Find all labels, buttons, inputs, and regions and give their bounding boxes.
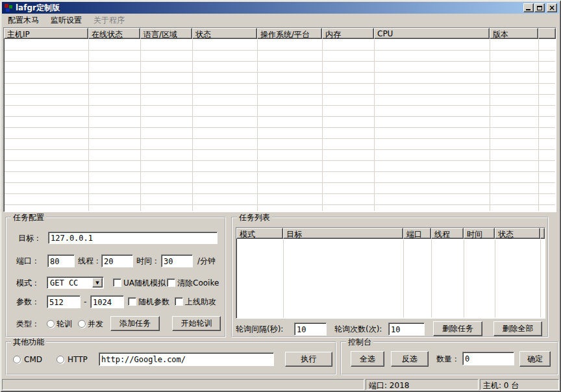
minimize-button[interactable] <box>523 3 534 12</box>
task-column-header[interactable]: 线程 <box>431 228 464 239</box>
host-list-header: 主机IP在线状态语言/区域状态操作系统/平台内存CPU版本 <box>4 28 556 39</box>
round-training-radio-label: 轮训 <box>56 317 72 330</box>
quantity-input[interactable] <box>462 352 514 365</box>
url-input[interactable] <box>99 352 274 366</box>
invert-selection-button[interactable]: 反选 <box>391 351 429 367</box>
other-functions-group: 其他功能 CMD HTTP 执行 <box>5 341 336 375</box>
poll-interval-label: 轮询间隔(秒): <box>236 323 283 336</box>
online-assist-checkbox[interactable] <box>175 297 183 306</box>
type-label: 类型： <box>16 317 40 330</box>
time-input[interactable] <box>161 254 193 267</box>
select-all-button[interactable]: 全选 <box>351 351 384 367</box>
cmd-radio[interactable] <box>13 356 21 363</box>
window-title: lafgr定制版 <box>16 3 60 14</box>
thread-label: 线程： <box>78 254 101 267</box>
task-config-group: 任务配置 目标： 端口： 线程： 时间： /分钟 模式： GET CC ▼ UA… <box>5 217 226 337</box>
menu-item-about-program: 关于程序 <box>88 14 131 27</box>
poll-count-label: 轮询次数(次): <box>334 323 382 336</box>
menubar: 配置木马 监听设置 关于程序 <box>2 14 559 27</box>
param-max-input[interactable] <box>90 295 124 308</box>
task-column-header[interactable]: 模式 <box>236 228 283 239</box>
host-column-header[interactable]: 版本 <box>490 28 538 39</box>
other-functions-group-label: 其他功能 <box>11 337 46 347</box>
time-unit-label: /分钟 <box>197 254 216 267</box>
round-training-radio[interactable] <box>47 320 55 328</box>
host-column-header[interactable]: 状态 <box>192 28 257 39</box>
time-label: 时间： <box>136 254 160 267</box>
console-group-label: 控制台 <box>346 337 373 347</box>
menu-item-listen-settings[interactable]: 监听设置 <box>45 14 88 27</box>
clear-cookie-checkbox[interactable] <box>167 278 175 287</box>
host-list: 主机IP在线状态语言/区域状态操作系统/平台内存CPU版本 <box>3 27 556 212</box>
host-column-header[interactable]: 主机IP <box>4 28 88 39</box>
close-button[interactable]: × <box>547 3 557 12</box>
host-column-header[interactable]: 内存 <box>322 28 374 39</box>
task-column-header[interactable]: 目标 <box>283 228 403 239</box>
column-grid-line <box>374 40 375 211</box>
task-list-body[interactable] <box>237 239 544 317</box>
poll-interval-input[interactable] <box>294 323 327 336</box>
delete-task-button[interactable]: 删除任务 <box>433 321 482 336</box>
ua-random-checkbox[interactable] <box>113 278 121 287</box>
http-radio-label: HTTP <box>68 353 88 366</box>
task-column-header[interactable] <box>540 228 545 239</box>
random-param-checkbox-label: 随机参数 <box>138 295 169 308</box>
port-label: 端口： <box>16 254 40 267</box>
host-column-header[interactable]: 操作系统/平台 <box>257 28 322 39</box>
task-list-header: 模式目标端口线程时间状态 <box>236 228 545 239</box>
chevron-down-icon[interactable]: ▼ <box>92 278 103 288</box>
host-column-header[interactable] <box>538 28 556 39</box>
mode-dropdown[interactable]: GET CC ▼ <box>47 276 104 289</box>
column-grid-line <box>403 239 404 317</box>
ua-random-checkbox-label: UA随机模拟 <box>123 276 166 289</box>
host-column-header[interactable]: CPU <box>374 28 490 39</box>
concurrent-radio-label: 并发 <box>88 317 103 330</box>
column-grid-line <box>322 40 323 211</box>
column-grid-line <box>495 239 495 317</box>
online-assist-checkbox-label: 上线助攻 <box>185 295 216 308</box>
cmd-radio-label: CMD <box>24 353 42 366</box>
close-icon: × <box>549 5 555 11</box>
minimize-icon <box>526 9 530 10</box>
status-panel-hosts: 主机: 0 台 <box>480 379 559 390</box>
http-radio[interactable] <box>56 356 64 363</box>
column-grid-line <box>431 239 432 317</box>
quantity-label: 数量： <box>436 352 460 365</box>
param-min-input[interactable] <box>47 295 81 308</box>
task-list-group: 任务列表 模式目标端口线程时间状态 轮询间隔(秒): 轮询次数(次): 删除任务… <box>231 217 549 337</box>
app-window: lafgr定制版 × 配置木马 监听设置 关于程序 主机IP在线状态语言/区域状… <box>0 0 561 392</box>
menu-item-config-trojan[interactable]: 配置木马 <box>2 14 45 27</box>
column-grid-line <box>192 40 193 211</box>
console-group: 控制台 全选 反选 数量： 确定 <box>340 341 558 375</box>
titlebar[interactable]: lafgr定制版 × <box>2 2 559 14</box>
host-list-body[interactable] <box>5 40 555 211</box>
status-panel-port: 端口: 2018 <box>366 379 479 390</box>
maximize-button[interactable] <box>534 3 545 12</box>
host-column-header[interactable]: 语言/区域 <box>140 28 192 39</box>
column-grid-line <box>283 239 284 317</box>
execute-button[interactable]: 执行 <box>285 352 332 367</box>
confirm-button[interactable]: 确定 <box>519 351 551 367</box>
thread-input[interactable] <box>101 254 133 267</box>
task-list-group-label: 任务列表 <box>237 213 272 222</box>
port-input[interactable] <box>47 254 75 267</box>
column-grid-line <box>88 40 89 211</box>
add-task-button[interactable]: 添加任务 <box>110 316 160 331</box>
target-input[interactable] <box>48 232 218 244</box>
concurrent-radio[interactable] <box>78 320 86 328</box>
mode-dropdown-value: GET CC <box>50 278 78 288</box>
task-column-header[interactable]: 端口 <box>403 228 431 239</box>
random-param-checkbox[interactable] <box>128 297 136 306</box>
column-grid-line <box>140 40 141 211</box>
host-column-header[interactable]: 在线状态 <box>88 28 140 39</box>
task-list: 模式目标端口线程时间状态 <box>236 227 545 319</box>
start-round-training-button[interactable]: 开始轮训 <box>172 316 221 331</box>
status-panel-main <box>2 379 364 390</box>
task-column-header[interactable]: 状态 <box>495 228 540 239</box>
task-config-group-label: 任务配置 <box>11 213 46 222</box>
poll-count-input[interactable] <box>388 323 425 336</box>
task-column-header[interactable]: 时间 <box>464 228 495 239</box>
delete-all-button[interactable]: 删除全部 <box>493 321 542 336</box>
titlebar-buttons: × <box>523 3 557 12</box>
target-label: 目标： <box>18 232 42 245</box>
